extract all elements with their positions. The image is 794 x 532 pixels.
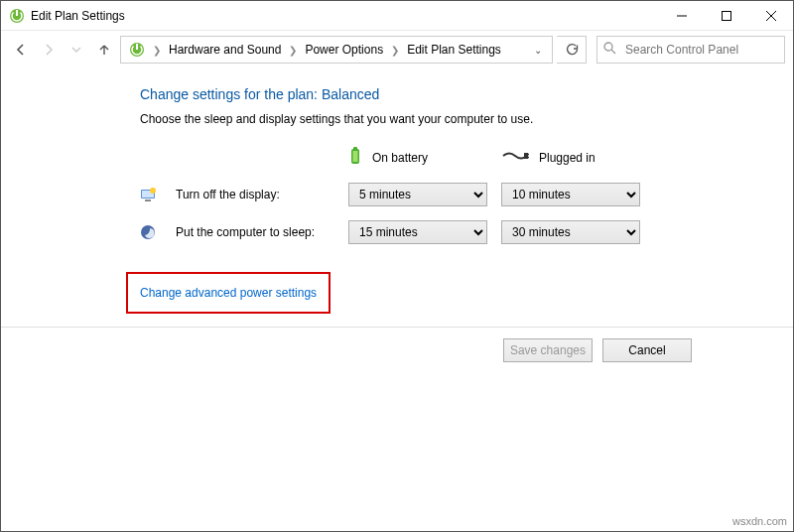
highlighted-link-box: Change advanced power settings [126, 272, 331, 314]
address-dropdown-button[interactable]: ⌄ [528, 45, 548, 56]
row-label-display: Turn off the display: [176, 188, 334, 201]
power-options-icon [9, 8, 25, 24]
column-header-battery: On battery [348, 146, 487, 169]
power-options-icon [129, 42, 145, 58]
settings-grid: On battery Plugged in Turn off the displ… [140, 146, 793, 244]
chevron-right-icon[interactable]: ❯ [151, 45, 163, 56]
column-header-plugged: Plugged in [501, 149, 640, 166]
search-icon [603, 42, 617, 58]
cancel-button[interactable]: Cancel [602, 338, 692, 362]
content-area: Change settings for the plan: Balanced C… [1, 68, 793, 343]
back-button[interactable] [9, 38, 33, 62]
svg-rect-13 [524, 153, 528, 159]
forward-button[interactable] [37, 38, 61, 62]
page-heading: Change settings for the plan: Balanced [140, 86, 793, 102]
breadcrumb-power-options[interactable]: Power Options [301, 41, 387, 59]
breadcrumb-hardware[interactable]: Hardware and Sound [165, 41, 285, 59]
svg-point-8 [604, 43, 612, 51]
column-label-battery: On battery [372, 151, 428, 165]
up-button[interactable] [92, 38, 116, 62]
svg-rect-11 [353, 147, 357, 150]
svg-rect-3 [722, 11, 730, 20]
svg-rect-12 [353, 151, 358, 162]
row-label-sleep: Put the computer to sleep: [176, 225, 334, 239]
breadcrumb-edit-plan[interactable]: Edit Plan Settings [403, 41, 505, 59]
refresh-button[interactable] [557, 36, 587, 64]
search-box[interactable] [596, 36, 785, 64]
address-bar[interactable]: ❯ Hardware and Sound ❯ Power Options ❯ E… [120, 36, 553, 64]
sleep-icon [140, 224, 156, 240]
minimize-button[interactable] [659, 1, 704, 31]
save-button[interactable]: Save changes [503, 338, 593, 362]
sleep-plugged-select[interactable]: 30 minutes [501, 220, 640, 244]
svg-line-9 [611, 50, 615, 54]
close-button[interactable] [748, 1, 793, 31]
svg-rect-1 [16, 10, 18, 16]
chevron-right-icon[interactable]: ❯ [389, 45, 401, 56]
title-bar: Edit Plan Settings [1, 1, 793, 31]
search-input[interactable] [623, 42, 778, 58]
display-plugged-select[interactable]: 10 minutes [501, 183, 640, 206]
svg-rect-7 [136, 44, 138, 50]
plug-icon [501, 149, 529, 166]
recent-locations-button[interactable] [65, 38, 88, 62]
battery-icon [348, 146, 362, 169]
navigation-bar: ❯ Hardware and Sound ❯ Power Options ❯ E… [1, 31, 793, 68]
maximize-button[interactable] [704, 1, 748, 31]
chevron-right-icon[interactable]: ❯ [287, 45, 299, 56]
watermark: wsxdn.com [732, 515, 787, 527]
window-title: Edit Plan Settings [31, 9, 125, 23]
link-advanced-settings[interactable]: Change advanced power settings [140, 282, 317, 304]
display-icon [140, 187, 156, 202]
svg-point-19 [150, 188, 156, 194]
footer-bar: Save changes Cancel [1, 327, 793, 372]
svg-rect-18 [145, 200, 151, 201]
column-label-plugged: Plugged in [539, 151, 596, 165]
sleep-battery-select[interactable]: 15 minutes [348, 220, 487, 244]
display-battery-select[interactable]: 5 minutes [348, 183, 487, 206]
page-instruction: Choose the sleep and display settings th… [140, 112, 793, 126]
